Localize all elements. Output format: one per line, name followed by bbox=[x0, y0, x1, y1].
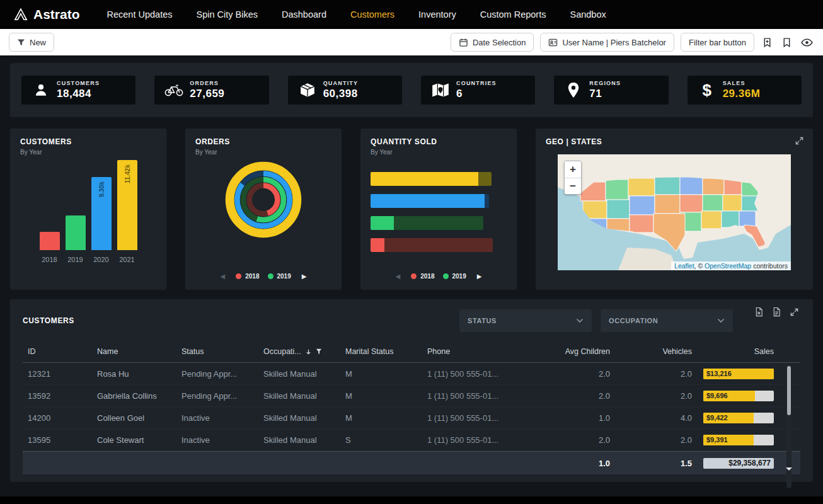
column-header-avg-children[interactable]: Avg Children bbox=[527, 341, 615, 362]
nav-item-customers[interactable]: Customers bbox=[338, 6, 406, 23]
cell-empty bbox=[176, 452, 258, 474]
filter-bar-button[interactable]: Filter bar button bbox=[681, 33, 754, 52]
scrollbar-thumb[interactable] bbox=[787, 366, 791, 415]
expand-table-button[interactable] bbox=[788, 306, 800, 318]
bar-2020[interactable]: 9.30k bbox=[91, 177, 112, 250]
legend-item-2019[interactable]: 2019 bbox=[268, 273, 291, 280]
nav-item-custom-reports[interactable]: Custom Reports bbox=[468, 6, 558, 23]
hbar-segment-bright[interactable] bbox=[371, 172, 478, 186]
us-map-svg bbox=[558, 154, 791, 270]
cell-status: Pending Appr... bbox=[176, 385, 258, 406]
legend-next-icon[interactable]: ▶ bbox=[475, 273, 485, 280]
user-name-button[interactable]: User Name | Piers Batchelor bbox=[540, 33, 674, 52]
cell-phone: 1 (11) 500 555-01... bbox=[422, 407, 527, 428]
hbar-segment-bright[interactable] bbox=[371, 238, 384, 252]
hbar-segment-dim[interactable] bbox=[394, 216, 484, 230]
legend-dot bbox=[236, 273, 241, 279]
cell-sales: $9,422 bbox=[697, 407, 800, 428]
column-header-marital-status[interactable]: Marital Status bbox=[340, 341, 422, 362]
legend-next-icon[interactable]: ▶ bbox=[299, 273, 309, 280]
status-filter-dropdown[interactable]: STATUS bbox=[459, 309, 592, 332]
nav-item-sandbox[interactable]: Sandbox bbox=[558, 6, 618, 23]
hbar-2018[interactable] bbox=[371, 238, 507, 252]
filter-bar-button-label: Filter bar button bbox=[689, 38, 746, 47]
kpi-label: CUSTOMERS bbox=[57, 80, 100, 86]
panel-title: ORDERS bbox=[195, 137, 331, 146]
column-header-vehicles[interactable]: Vehicles bbox=[615, 341, 697, 362]
logo[interactable]: Astrato bbox=[14, 7, 80, 22]
bar-2019[interactable] bbox=[66, 215, 86, 250]
total-sales-value: $29,358,677 bbox=[728, 459, 771, 467]
table-row[interactable]: 12321 Rosa Hu Pending Appr... Skilled Ma… bbox=[23, 363, 800, 385]
legend-item-2019[interactable]: 2019 bbox=[443, 273, 466, 280]
zoom-in-button[interactable]: + bbox=[565, 161, 581, 178]
bar-value-label: 9.30k bbox=[98, 181, 105, 197]
date-selection-button[interactable]: Date Selection bbox=[451, 33, 534, 52]
filter-icon bbox=[316, 348, 322, 355]
leaflet-link[interactable]: Leaflet bbox=[674, 262, 694, 270]
view-button[interactable] bbox=[800, 37, 814, 49]
hbar-2021[interactable] bbox=[371, 172, 507, 186]
table-row[interactable]: 13595 Cole Stewart Inactive Skilled Manu… bbox=[23, 429, 800, 451]
table-header-bar: CUSTOMERS STATUS OCCUPATION bbox=[23, 309, 800, 332]
hbar-segment-bright[interactable] bbox=[371, 194, 485, 208]
table-row[interactable]: 14200 Colleen Goel Inactive Skilled Manu… bbox=[23, 407, 800, 429]
chevron-down-icon bbox=[576, 318, 584, 323]
legend-prev-icon[interactable]: ◀ bbox=[218, 273, 228, 280]
cell-name: Cole Stewart bbox=[92, 429, 176, 450]
hbar-segment-dim[interactable] bbox=[485, 194, 488, 208]
kpi-label: SALES bbox=[723, 80, 761, 86]
nav-item-spin-city-bikes[interactable]: Spin City Bikes bbox=[185, 6, 270, 23]
logo-text: Astrato bbox=[33, 7, 80, 22]
bookmark-button[interactable] bbox=[780, 36, 793, 49]
expand-button[interactable] bbox=[793, 135, 805, 149]
export-excel-icon bbox=[754, 307, 764, 317]
funnel-icon bbox=[17, 38, 25, 47]
export-document-button[interactable] bbox=[771, 306, 783, 318]
nav-item-dashboard[interactable]: Dashboard bbox=[270, 6, 338, 23]
table-row[interactable]: 13592 Gabriella Collins Pending Appr... … bbox=[23, 385, 800, 407]
kpi-card-orders: ORDERS27,659 bbox=[154, 76, 268, 105]
hbar-2019[interactable] bbox=[371, 216, 507, 230]
column-header-status[interactable]: Status bbox=[176, 341, 258, 362]
legend-item-2018[interactable]: 2018 bbox=[236, 273, 259, 280]
sales-value: $9,422 bbox=[706, 414, 728, 421]
new-filter-button[interactable]: New bbox=[9, 33, 54, 52]
eye-icon bbox=[801, 38, 813, 47]
cell-marital: M bbox=[340, 363, 422, 384]
openstreetmap-link[interactable]: OpenStreetMap bbox=[705, 262, 751, 270]
sales-value: $13,216 bbox=[706, 370, 732, 377]
hbar-segment-dim[interactable] bbox=[384, 238, 493, 252]
bar-2018[interactable] bbox=[40, 232, 60, 250]
legend-dot bbox=[443, 273, 449, 279]
cell-avg-children: 2.0 bbox=[527, 363, 615, 384]
panel-subtitle: By Year bbox=[20, 149, 156, 156]
legend-prev-icon[interactable]: ◀ bbox=[393, 273, 403, 280]
zoom-out-button[interactable]: − bbox=[565, 178, 581, 194]
nav-item-recent-updates[interactable]: Recent Updates bbox=[95, 6, 185, 23]
legend-item-2018[interactable]: 2018 bbox=[411, 273, 434, 280]
us-states-map[interactable]: + − Leaflet, © OpenStreetMap contributor… bbox=[558, 154, 791, 270]
sales-bar-track: $9,391 bbox=[703, 435, 774, 445]
column-header-name[interactable]: Name bbox=[92, 341, 176, 362]
hbar-segment-bright[interactable] bbox=[371, 216, 394, 230]
column-header-occupation[interactable]: Occupati... bbox=[258, 341, 340, 362]
cell-phone: 1 (11) 500 555-01... bbox=[422, 429, 527, 450]
bookmark-add-button[interactable] bbox=[761, 36, 774, 49]
occupation-filter-dropdown[interactable]: OCCUPATION bbox=[601, 309, 733, 332]
column-header-id[interactable]: ID bbox=[23, 341, 92, 362]
cell-vehicles: 4.0 bbox=[615, 407, 697, 428]
sales-bar-track: $13,216 bbox=[703, 369, 774, 379]
x-axis-label: 2019 bbox=[67, 256, 83, 263]
x-axis-label: 2021 bbox=[119, 256, 134, 263]
hbar-2020[interactable] bbox=[371, 194, 507, 208]
column-header-phone[interactable]: Phone bbox=[422, 341, 527, 362]
scroll-down-icon[interactable] bbox=[786, 467, 792, 471]
total-sales-bar: $29,358,677 bbox=[703, 458, 774, 469]
export-excel-button[interactable] bbox=[753, 306, 765, 318]
hbar-segment-dim[interactable] bbox=[478, 172, 492, 186]
cell-id: 14200 bbox=[23, 407, 92, 428]
column-header-sales[interactable]: Sales bbox=[697, 341, 800, 362]
bar-2021[interactable]: 11.42k bbox=[117, 160, 137, 250]
nav-item-inventory[interactable]: Inventory bbox=[406, 6, 468, 23]
